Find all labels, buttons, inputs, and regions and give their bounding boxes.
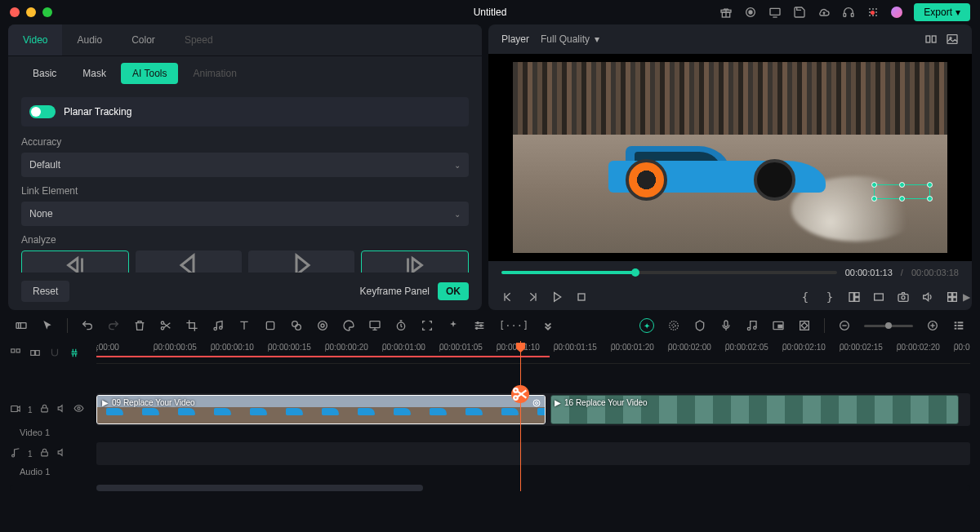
- apps-icon[interactable]: [866, 6, 880, 19]
- tab-audio[interactable]: Audio: [62, 24, 117, 55]
- ok-button[interactable]: OK: [438, 282, 469, 300]
- undo-button[interactable]: [81, 319, 94, 332]
- analyze-track-back-one-button[interactable]: [21, 250, 129, 273]
- shape-icon[interactable]: [264, 319, 277, 332]
- tab-speed[interactable]: Speed: [170, 24, 228, 55]
- subtab-ai-tools[interactable]: AI Tools: [121, 63, 178, 84]
- tab-color[interactable]: Color: [117, 24, 170, 55]
- selection-tool-icon[interactable]: [41, 319, 54, 332]
- record-icon[interactable]: [744, 6, 757, 19]
- subtab-animation[interactable]: Animation: [181, 63, 247, 84]
- minimize-window-button[interactable]: [26, 7, 36, 17]
- gear-icon[interactable]: [667, 319, 680, 332]
- clip-tool-icon[interactable]: [15, 319, 28, 332]
- pip-icon[interactable]: [772, 319, 785, 332]
- timeline-toolbar: [···] ✦: [0, 310, 980, 341]
- mic-icon[interactable]: [719, 319, 733, 332]
- mark-in-button[interactable]: {: [799, 290, 812, 304]
- ai-assistant-icon[interactable]: ✦: [639, 318, 654, 333]
- visibility-icon[interactable]: [74, 403, 84, 416]
- subtab-mask[interactable]: Mask: [71, 63, 118, 84]
- track-link-icon[interactable]: [29, 346, 41, 360]
- gift-icon[interactable]: [719, 6, 733, 19]
- snapshot-icon[interactable]: [897, 290, 910, 304]
- keyframe-icon[interactable]: [798, 319, 811, 332]
- audio-track-lane[interactable]: [96, 442, 970, 465]
- close-window-button[interactable]: [10, 7, 20, 17]
- link-tracks-icon[interactable]: [69, 346, 80, 360]
- target-icon[interactable]: [316, 319, 329, 332]
- time-ruler[interactable]: :00:0000:00:00:0500:00:00:1000:00:00:150…: [96, 341, 970, 364]
- analyze-track-forward-button[interactable]: [248, 250, 354, 273]
- timeline-scrollbar[interactable]: [10, 485, 970, 491]
- delete-button[interactable]: [133, 319, 146, 332]
- magnet-icon[interactable]: [49, 346, 60, 360]
- image-icon[interactable]: [946, 33, 959, 46]
- scrub-bar[interactable]: [501, 271, 837, 274]
- crop-icon[interactable]: [872, 290, 885, 304]
- crop-tool-icon[interactable]: [185, 319, 198, 332]
- zoom-in-button[interactable]: [926, 319, 939, 332]
- video-preview[interactable]: [488, 54, 972, 261]
- zoom-slider[interactable]: [864, 325, 913, 327]
- sliders-icon[interactable]: [473, 319, 486, 332]
- lock-icon[interactable]: [39, 447, 50, 460]
- settings-icon[interactable]: [946, 290, 959, 304]
- analyze-track-backward-button[interactable]: [136, 250, 242, 273]
- save-icon[interactable]: [793, 6, 806, 19]
- fullscreen-button[interactable]: ▶: [963, 291, 970, 303]
- focus-icon[interactable]: [421, 319, 434, 332]
- subtab-basic[interactable]: Basic: [21, 63, 68, 84]
- monitor-icon[interactable]: [368, 319, 381, 332]
- audio-mixer-icon[interactable]: [746, 319, 759, 332]
- video-clip-2[interactable]: ▶16 Replace Your Video: [550, 395, 959, 424]
- document-title: Untitled: [474, 7, 507, 18]
- sparkle-icon[interactable]: [447, 319, 460, 332]
- video-track-lane[interactable]: ▶09 Replace Your Video ▶16 Replace Your …: [96, 393, 970, 426]
- export-button[interactable]: Export▾: [914, 3, 970, 21]
- list-view-icon[interactable]: [952, 319, 965, 332]
- text-icon[interactable]: [238, 319, 251, 332]
- volume-icon[interactable]: [921, 290, 934, 304]
- effects-icon[interactable]: [290, 319, 303, 332]
- play-button[interactable]: [550, 290, 564, 304]
- music-icon[interactable]: [212, 319, 225, 332]
- tracking-box[interactable]: [874, 184, 930, 200]
- next-frame-button[interactable]: [526, 290, 539, 304]
- color-palette-icon[interactable]: [342, 319, 355, 332]
- marker-icon[interactable]: [693, 319, 706, 332]
- bracket-icon[interactable]: [···]: [499, 319, 528, 332]
- layout-icon[interactable]: [848, 290, 861, 304]
- mute-icon[interactable]: [56, 403, 67, 416]
- cut-indicator-icon[interactable]: [511, 385, 529, 403]
- split-button[interactable]: [159, 319, 172, 332]
- playhead[interactable]: [520, 341, 521, 491]
- video-clip-1[interactable]: ▶09 Replace Your Video: [96, 395, 546, 424]
- analyze-track-forward-one-button[interactable]: [361, 250, 469, 273]
- track-organize-icon[interactable]: [10, 346, 21, 360]
- zoom-out-button[interactable]: [838, 319, 851, 332]
- redo-button[interactable]: [107, 319, 120, 332]
- headphones-icon[interactable]: [842, 6, 855, 19]
- more-tools-button[interactable]: [541, 319, 555, 332]
- mute-icon[interactable]: [56, 447, 67, 460]
- display-icon[interactable]: [768, 6, 782, 19]
- stop-button[interactable]: [575, 290, 588, 304]
- profile-avatar[interactable]: [891, 7, 902, 18]
- quality-select[interactable]: Full Quality ▾: [541, 33, 599, 45]
- lock-icon[interactable]: [39, 403, 50, 416]
- prev-frame-button[interactable]: [501, 290, 514, 304]
- scrollbar-thumb[interactable]: [96, 485, 423, 491]
- planar-tracking-toggle[interactable]: [29, 105, 56, 118]
- window-controls: [10, 7, 52, 17]
- tab-video[interactable]: Video: [8, 24, 62, 55]
- keyframe-panel-label[interactable]: Keyframe Panel: [360, 286, 430, 297]
- link-element-select[interactable]: None ⌄: [21, 202, 469, 226]
- cloud-upload-icon[interactable]: [817, 6, 831, 19]
- timer-icon[interactable]: [394, 319, 408, 332]
- maximize-window-button[interactable]: [42, 7, 52, 17]
- mark-out-button[interactable]: }: [823, 290, 836, 304]
- reset-button[interactable]: Reset: [21, 281, 69, 302]
- compare-view-icon[interactable]: [924, 33, 938, 46]
- accuracy-select[interactable]: Default ⌄: [21, 153, 469, 177]
